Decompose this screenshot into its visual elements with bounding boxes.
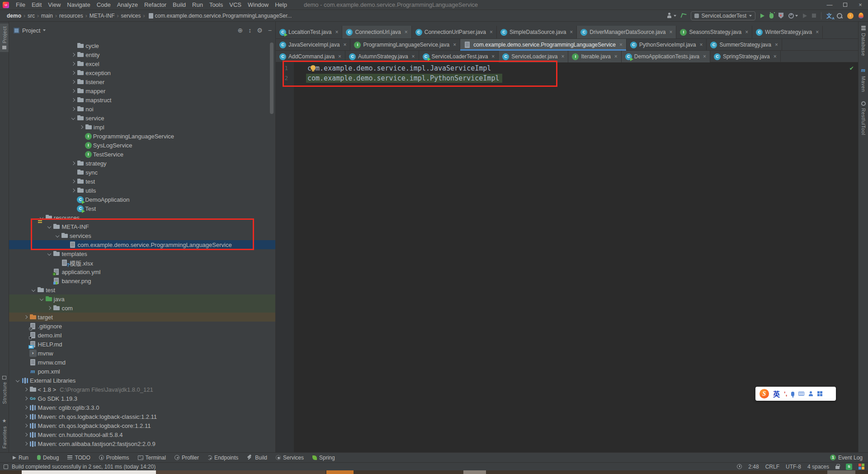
chevron-right-icon[interactable] (23, 431, 29, 438)
tree-row-programminglanguageservice[interactable]: IProgrammingLanguageService (9, 132, 275, 141)
close-icon[interactable]: × (775, 42, 778, 48)
input-grid-icon[interactable] (859, 464, 864, 469)
chevron-right-icon[interactable] (70, 187, 77, 194)
chevron-right-icon[interactable] (70, 88, 77, 95)
chevron-right-icon[interactable] (70, 70, 77, 76)
tree-row-sync[interactable]: sync (9, 168, 275, 177)
tool-window-button-todo[interactable]: TODO (67, 455, 90, 461)
chevron-right-icon[interactable] (23, 441, 29, 447)
tree-row-mvnw[interactable]: ›mvnw (9, 349, 275, 358)
tab-programminglanguageservice-java[interactable]: IProgrammingLanguageService.java× (350, 39, 460, 51)
tree-row-help-md[interactable]: MDHELP.md (9, 340, 275, 349)
tree-row-maven-ch-qos-logback-logback-classic-1-2[interactable]: Maven: ch.qos.logback:logback-classic:1.… (9, 412, 275, 421)
close-icon[interactable]: × (614, 53, 618, 60)
tree-row-demoapplication[interactable]: CDemoApplication (9, 195, 275, 204)
tool-window-button-terminal[interactable]: Terminal (138, 455, 166, 461)
user-icon[interactable] (666, 13, 676, 19)
chevron-right-icon[interactable] (78, 124, 85, 131)
coverage-icon[interactable] (778, 13, 783, 19)
tree-row-exception[interactable]: exception (9, 68, 275, 77)
indent-size[interactable]: 4 spaces (807, 464, 829, 470)
chevron-right-icon[interactable] (70, 178, 77, 185)
ime-status-icon[interactable]: S (846, 464, 852, 470)
tree-row-templates[interactable]: templates (9, 249, 275, 258)
chevron-right-icon[interactable] (70, 106, 77, 113)
close-icon[interactable]: × (491, 53, 495, 60)
hide-panel-icon[interactable]: − (268, 27, 272, 34)
close-icon[interactable]: × (405, 29, 408, 35)
update-icon[interactable]: ↑ (847, 13, 854, 19)
tab-springstrategy-java[interactable]: CSpringStrategy.java× (710, 51, 781, 62)
tab-demoapplicationtests-java[interactable]: CDemoApplicationTests.java× (622, 51, 710, 62)
ime-punctuation-icon[interactable]: ’, (784, 390, 787, 397)
tree-row-test[interactable]: test (9, 177, 275, 186)
close-icon[interactable]: × (412, 53, 415, 60)
chevron-right-icon[interactable] (46, 305, 53, 312)
tab-connectionurl-java[interactable]: CConnectionUrl.java× (342, 26, 411, 38)
breadcrumb-file[interactable]: com.example.demo.service.ProgrammingLang… (155, 13, 292, 19)
close-icon[interactable]: × (453, 42, 456, 48)
menu-item-refactor[interactable]: Refactor (141, 1, 170, 9)
close-icon[interactable]: × (774, 53, 777, 60)
menu-item-file[interactable]: File (13, 1, 28, 9)
breadcrumb-item-demo[interactable]: demo (5, 13, 23, 19)
close-icon[interactable]: × (703, 53, 706, 60)
tree-row-1-8[interactable]: < 1.8 >C:\Program Files\Java\jdk1.8.0_12… (9, 385, 275, 394)
tree-row-listener[interactable]: listener (9, 77, 275, 86)
line-ending[interactable]: CRLF (765, 464, 779, 470)
run-icon[interactable] (760, 14, 764, 18)
tool-window-button-debug[interactable]: Debug (37, 455, 59, 461)
breadcrumb-item-services[interactable]: services (120, 13, 142, 19)
event-log-button[interactable]: 1Event Log (830, 455, 863, 461)
tree-row-com-example-demo-service-programminglang[interactable]: com.example.demo.service.ProgrammingLang… (9, 240, 275, 249)
encoding[interactable]: UTF-8 (786, 464, 801, 470)
chevron-down-icon[interactable] (30, 287, 37, 294)
tool-tab-database[interactable]: Database (859, 25, 868, 56)
tab-seasonsstrategy-java[interactable]: ISeasonsStrategy.java× (676, 26, 752, 38)
tool-window-button-services[interactable]: Services (276, 455, 304, 461)
tab-simpledatasource-java[interactable]: CSimpleDataSource.java× (497, 26, 577, 38)
vcs-arrow-icon[interactable] (680, 13, 686, 19)
tree-row-mapstruct[interactable]: mapstruct (9, 95, 275, 104)
tree-row-banner-png[interactable]: banner.png (9, 276, 275, 285)
clock-icon[interactable] (737, 464, 742, 469)
tab-serviceloader-java[interactable]: CServiceLoader.java× (499, 51, 568, 62)
chevron-right-icon[interactable] (70, 52, 77, 58)
tree-row-excel[interactable]: excel (9, 59, 275, 68)
tool-window-button-run[interactable]: Run (13, 455, 28, 461)
breadcrumb-item-main[interactable]: main (40, 13, 54, 19)
close-icon[interactable]: × (745, 29, 748, 35)
close-icon[interactable]: × (570, 29, 573, 35)
settings-gear-icon[interactable]: ⚙ (257, 27, 263, 34)
close-icon[interactable]: × (343, 42, 346, 48)
tab-iterable-java[interactable]: IIterable.java× (568, 51, 621, 62)
breadcrumb-item-resources[interactable]: resources (58, 13, 85, 19)
close-button[interactable]: × (853, 1, 868, 8)
menu-item-code[interactable]: Code (94, 1, 114, 9)
chevron-right-icon[interactable] (70, 97, 77, 104)
tab-drivermanagerdatasource-java[interactable]: CDriverManagerDataSource.java× (577, 26, 676, 38)
breadcrumb-item-src[interactable]: src (26, 13, 36, 19)
menu-item-view[interactable]: View (45, 1, 64, 9)
tab-pythonserviceimpl-java[interactable]: CPythonServiceImpl.java× (627, 39, 707, 51)
chevron-right-icon[interactable] (23, 422, 29, 429)
tree-row-mapper[interactable]: mapper (9, 86, 275, 95)
tree-row-com[interactable]: com (9, 303, 275, 313)
tool-tab-restfultool[interactable]: RestfulTool (859, 101, 868, 135)
tree-scrollbar[interactable] (270, 43, 274, 114)
debug-icon[interactable] (769, 13, 774, 19)
tab-autumnstrategy-java[interactable]: CAutumnStrategy.java× (345, 51, 419, 62)
tab-summerstrategy-java[interactable]: CSummerStrategy.java× (707, 39, 782, 51)
tree-row-demo-iml[interactable]: demo.iml (9, 331, 275, 340)
tool-tab-favorites[interactable]: ★ Favorites (0, 418, 9, 449)
plugin-flame-icon[interactable] (859, 13, 863, 19)
microphone-icon[interactable] (791, 392, 794, 396)
tree-row-test[interactable]: test (9, 285, 275, 294)
tree-row-noi[interactable]: noi (9, 104, 275, 114)
tree-row-go-sdk-1-19-3[interactable]: GoGo SDK 1.19.3 (9, 394, 275, 403)
chevron-right-icon[interactable] (23, 395, 29, 402)
tool-window-button-spring[interactable]: Spring (312, 455, 335, 461)
tree-row-maven-ch-qos-logback-logback-core-1-2-11[interactable]: Maven: ch.qos.logback:logback-core:1.2.1… (9, 421, 275, 430)
tab-connectionurlparser-java[interactable]: CConnectionUrlParser.java× (412, 26, 497, 38)
tree-row-services[interactable]: services (9, 231, 275, 240)
